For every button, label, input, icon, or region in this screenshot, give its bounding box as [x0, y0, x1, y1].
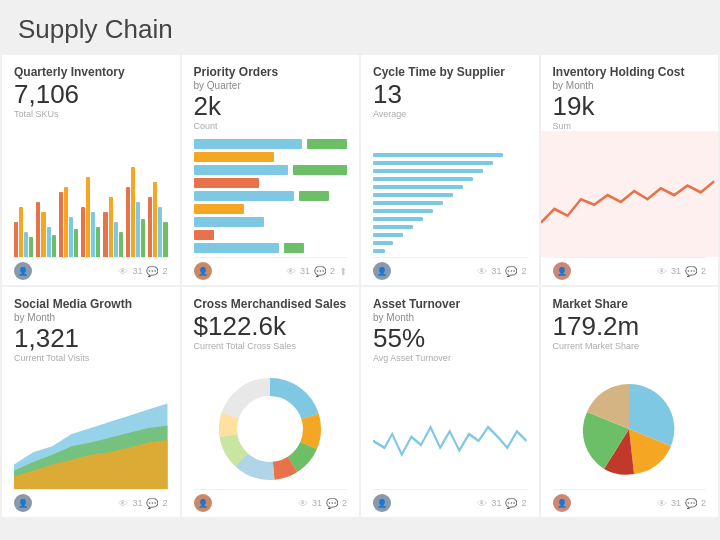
card-subtitle: by Month — [14, 312, 168, 323]
card-label: Avg Asset Turnover — [373, 353, 527, 363]
card-chart — [194, 355, 348, 489]
asset-line-svg — [373, 379, 527, 489]
card-chart — [14, 123, 168, 257]
cycle-chart — [373, 149, 527, 257]
card-label: Total SKUs — [14, 109, 168, 119]
pie-container — [553, 369, 707, 489]
eye-icon: 👁 — [298, 498, 308, 509]
eye-icon: 👁 — [657, 498, 667, 509]
comment-icon: 💬 — [146, 498, 158, 509]
card-title: Cycle Time by Supplier — [373, 65, 527, 79]
comment-count: 2 — [521, 498, 526, 508]
upload-icon: ⬆ — [339, 266, 347, 277]
svg-point-11 — [242, 401, 298, 457]
eye-icon: 👁 — [286, 266, 296, 277]
comment-count: 2 — [521, 266, 526, 276]
hbar-chart — [194, 135, 348, 257]
dashboard-grid: Quarterly Inventory 7,106 Total SKUs — [0, 55, 720, 519]
card-value: 179.2m — [553, 312, 707, 341]
comment-count: 2 — [162, 498, 167, 508]
eye-icon: 👁 — [477, 266, 487, 277]
card-cross-merch[interactable]: Cross Merchandised Sales $122.6k Current… — [182, 287, 360, 517]
card-inventory-holding[interactable]: Inventory Holding Cost by Month 19k Sum … — [541, 55, 719, 285]
card-chart — [541, 131, 719, 257]
card-subtitle: by Month — [553, 80, 707, 91]
card-label: Current Total Cross Sales — [194, 341, 348, 351]
comment-count: 2 — [342, 498, 347, 508]
card-value: 55% — [373, 324, 527, 353]
avatar: 👤 — [373, 262, 391, 280]
eye-icon: 👁 — [657, 266, 667, 277]
eye-icon: 👁 — [118, 266, 128, 277]
footer-stats: 👁 31 💬 2 — [298, 498, 347, 509]
view-count: 31 — [671, 266, 681, 276]
comment-count: 2 — [162, 266, 167, 276]
card-title: Social Media Growth — [14, 297, 168, 311]
card-social-media[interactable]: Social Media Growth by Month 1,321 Curre… — [2, 287, 180, 517]
card-value: 19k — [553, 92, 707, 121]
card-subtitle: by Month — [373, 312, 527, 323]
view-count: 31 — [491, 266, 501, 276]
card-label: Current Total Visits — [14, 353, 168, 363]
card-value: 1,321 — [14, 324, 168, 353]
eye-icon: 👁 — [118, 498, 128, 509]
card-asset-turnover[interactable]: Asset Turnover by Month 55% Avg Asset Tu… — [361, 287, 539, 517]
footer-stats: 👁 31 💬 2 — [118, 498, 167, 509]
card-footer: 👤 👁 31 💬 2 — [14, 489, 168, 517]
card-footer: 👤 👁 31 💬 2 — [373, 257, 527, 285]
card-value: 7,106 — [14, 80, 168, 109]
comment-icon: 💬 — [314, 266, 326, 277]
comment-icon: 💬 — [505, 266, 517, 277]
card-chart — [373, 123, 527, 257]
avatar: 👤 — [553, 262, 571, 280]
card-title: Asset Turnover — [373, 297, 527, 311]
card-value: $122.6k — [194, 312, 348, 341]
card-label: Sum — [553, 121, 707, 131]
comment-icon: 💬 — [505, 498, 517, 509]
view-count: 31 — [300, 266, 310, 276]
comment-icon: 💬 — [685, 498, 697, 509]
card-footer: 👤 👁 31 💬 2 — [553, 257, 707, 285]
card-quarterly-inventory[interactable]: Quarterly Inventory 7,106 Total SKUs — [2, 55, 180, 285]
card-chart — [553, 355, 707, 489]
comment-icon: 💬 — [685, 266, 697, 277]
avatar: 👤 — [553, 494, 571, 512]
card-label: Count — [194, 121, 348, 131]
card-footer: 👤 👁 31 💬 2 — [553, 489, 707, 517]
avatar: 👤 — [14, 262, 32, 280]
card-footer: 👤 👁 31 💬 2 — [14, 257, 168, 285]
card-footer: 👤 👁 31 💬 2 — [194, 489, 348, 517]
line-chart-svg — [541, 147, 719, 257]
card-market-share[interactable]: Market Share 179.2m Current Market Share — [541, 287, 719, 517]
bar-chart — [14, 147, 168, 257]
avatar: 👤 — [14, 494, 32, 512]
page-header: Supply Chain — [0, 0, 720, 55]
footer-stats: 👁 31 💬 2 — [118, 266, 167, 277]
card-title: Inventory Holding Cost — [553, 65, 707, 79]
eye-icon: 👁 — [477, 498, 487, 509]
card-title: Priority Orders — [194, 65, 348, 79]
view-count: 31 — [132, 266, 142, 276]
card-label: Current Market Share — [553, 341, 707, 351]
card-chart — [373, 367, 527, 489]
card-label: Average — [373, 109, 527, 119]
avatar: 👤 — [194, 494, 212, 512]
card-cycle-time[interactable]: Cycle Time by Supplier 13 Average 👤 — [361, 55, 539, 285]
donut-chart-svg — [215, 374, 325, 484]
donut-container — [194, 369, 348, 489]
footer-stats: 👁 31 💬 2 ⬆ — [286, 266, 347, 277]
card-title: Cross Merchandised Sales — [194, 297, 348, 311]
footer-stats: 👁 31 💬 2 — [657, 266, 706, 277]
card-priority-orders[interactable]: Priority Orders by Quarter 2k Count 👤 👁 … — [182, 55, 360, 285]
card-title: Market Share — [553, 297, 707, 311]
footer-stats: 👁 31 💬 2 — [477, 266, 526, 277]
comment-count: 2 — [701, 498, 706, 508]
comment-icon: 💬 — [146, 266, 158, 277]
comment-icon: 💬 — [326, 498, 338, 509]
pie-chart-svg — [574, 374, 684, 484]
comment-count: 2 — [330, 266, 335, 276]
view-count: 31 — [312, 498, 322, 508]
card-chart — [194, 135, 348, 257]
footer-stats: 👁 31 💬 2 — [657, 498, 706, 509]
card-title: Quarterly Inventory — [14, 65, 168, 79]
